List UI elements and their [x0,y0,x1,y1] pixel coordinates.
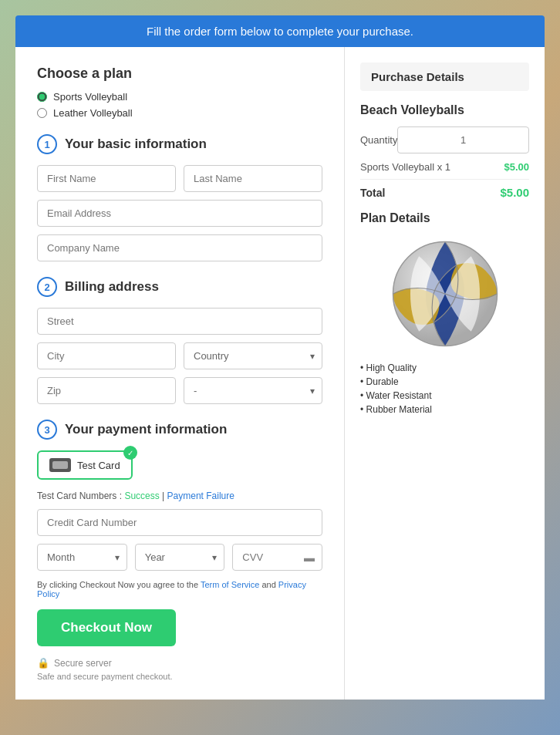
section3-number: 3 [37,420,57,440]
company-input[interactable] [37,234,322,261]
plan-option-leather[interactable]: Leather Volleyball [37,107,322,119]
street-input[interactable] [37,308,322,335]
credit-card-input[interactable] [37,509,322,536]
total-price: $5.00 [500,186,529,199]
banner-text: Fill the order form below to complete yo… [147,25,413,38]
card-check-icon: ✓ [123,446,137,460]
secure-sub-text: Safe and secure payment checkout. [37,672,322,681]
street-row [37,308,322,335]
checkout-button[interactable]: Checkout Now [37,609,176,646]
page-wrapper: Fill the order form below to complete yo… [15,15,545,700]
section2-header: 2 Billing address [37,277,322,297]
name-row [37,165,322,192]
card-label: Test Card [77,460,120,471]
section3-header: 3 Your payment information [37,420,322,440]
year-wrapper: Year 2024 2025 2026 2027 2028 ▾ [135,544,225,571]
total-row: Total $5.00 [360,186,529,199]
right-panel: Purchase Details Beach Volleyballs Quant… [344,47,545,700]
card-option[interactable]: Test Card ✓ [37,450,133,480]
year-select[interactable]: Year 2024 2025 2026 2027 2028 [135,544,225,571]
section1-header: 1 Your basic information [37,134,322,154]
first-name-input[interactable] [37,165,176,192]
terms-of-service-link[interactable]: Term of Service [201,580,259,589]
item-price-row: Sports Volleyball x 1 $5.00 [360,161,529,180]
section1-number: 1 [37,134,57,154]
top-banner: Fill the order form below to complete yo… [15,15,545,47]
cc-row [37,509,322,536]
email-input[interactable] [37,200,322,227]
lock-icon: 🔒 [37,657,49,669]
plan-details-title: Plan Details [360,211,529,225]
card-icon-inner [52,461,68,469]
plan-radio-sports[interactable] [37,92,47,102]
section2-number: 2 [37,277,57,297]
terms-text: By clicking Checkout Now you agree to th… [37,580,322,598]
section1-title: Your basic information [65,137,207,152]
card-icon [49,458,71,472]
features-list: High Quality Durable Water Resistant Rub… [360,362,529,415]
zip-field [37,377,176,404]
product-title: Beach Volleyballs [360,103,529,117]
zip-input[interactable] [37,377,176,404]
plan-radio-leather[interactable] [37,108,47,118]
test-failure-link[interactable]: Payment Failure [167,491,234,501]
feature-item-4: Rubber Material [360,404,529,415]
choose-plan-title: Choose a plan [37,66,322,82]
state-select[interactable]: - AL CA NY TX [184,377,322,404]
section3-title: Your payment information [65,422,227,437]
test-success-link[interactable]: Success [124,491,159,501]
test-card-info: Test Card Numbers : Success | Payment Fa… [37,491,322,501]
left-panel: Choose a plan Sports Volleyball Leather … [15,47,344,700]
city-field [37,342,176,369]
quantity-label: Quantity [360,134,397,146]
last-name-input[interactable] [184,165,322,192]
feature-item-3: Water Resistant [360,390,529,401]
month-wrapper: Month January February March April May J… [37,544,127,571]
test-card-label: Test Card Numbers : [37,491,122,501]
item-price: $5.00 [504,161,529,173]
purchase-details-header: Purchase Details [360,62,529,91]
quantity-row: Quantity [360,126,529,153]
secure-label: Secure server [54,658,112,669]
cvv-wrapper: ▬ [232,544,322,571]
feature-item-2: Durable [360,376,529,387]
cvv-card-icon: ▬ [304,551,315,564]
main-content: Choose a plan Sports Volleyball Leather … [15,47,545,700]
city-input[interactable] [37,342,176,369]
plan-label-sports: Sports Volleyball [53,91,127,103]
total-label: Total [360,187,385,199]
quantity-input[interactable] [397,126,529,153]
item-label: Sports Volleyball x 1 [360,161,450,173]
secure-info: 🔒 Secure server [37,657,322,669]
feature-item-1: High Quality [360,362,529,373]
email-row [37,200,322,227]
month-year-cvv-row: Month January February March April May J… [37,544,322,571]
volleyball-image [387,236,503,352]
plan-option-sports[interactable]: Sports Volleyball [37,91,322,103]
first-name-field [37,165,176,192]
company-row [37,234,322,261]
state-wrapper: - AL CA NY TX ▾ [184,377,322,404]
section2-title: Billing address [65,279,159,295]
plan-label-leather: Leather Volleyball [53,107,133,119]
last-name-field [184,165,322,192]
country-wrapper: Country United States United Kingdom Can… [184,342,322,369]
terms-prefix: By clicking Checkout Now you agree to th… [37,580,201,589]
month-select[interactable]: Month January February March April May J… [37,544,127,571]
city-country-row: Country United States United Kingdom Can… [37,342,322,369]
country-select[interactable]: Country United States United Kingdom Can… [184,342,322,369]
zip-state-row: - AL CA NY TX ▾ [37,377,322,404]
choose-plan-section: Choose a plan Sports Volleyball Leather … [37,66,322,119]
